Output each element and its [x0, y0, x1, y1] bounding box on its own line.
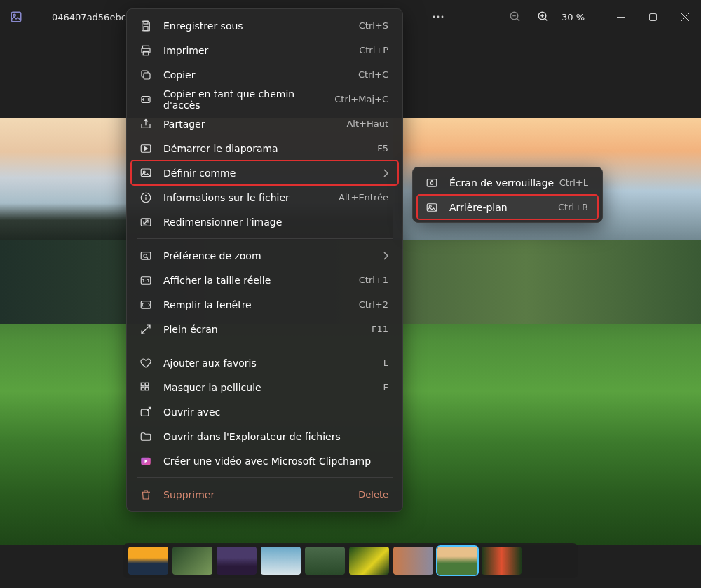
menu-actual-size[interactable]: 1:1 Afficher la taille réelle Ctrl+1 — [131, 268, 398, 292]
lockscreen-icon — [424, 175, 440, 191]
menu-label: Créer une vidéo avec Microsoft Clipchamp — [163, 456, 388, 467]
print-icon — [138, 43, 154, 58]
thumbnail[interactable] — [349, 547, 389, 575]
menu-delete[interactable]: Supprimer Delete — [131, 482, 398, 507]
menu-clipchamp[interactable]: Créer une vidéo avec Microsoft Clipchamp — [131, 449, 398, 473]
copy-path-icon — [138, 92, 154, 107]
menu-copy[interactable]: Copier Ctrl+C — [131, 62, 398, 87]
zoom-in-button[interactable] — [529, 3, 557, 31]
menu-set-as[interactable]: Définir comme — [131, 160, 398, 185]
thumbnail[interactable] — [128, 547, 168, 575]
minimize-button[interactable] — [604, 4, 637, 30]
wallpaper-icon — [424, 200, 440, 215]
menu-label: Supprimer — [163, 489, 358, 500]
maximize-button[interactable] — [637, 4, 669, 30]
menu-favorite[interactable]: Ajouter aux favoris L — [131, 350, 398, 375]
shortcut: Alt+Haut — [346, 118, 388, 129]
svg-rect-13 — [649, 13, 656, 20]
menu-save-as[interactable]: Enregistrer sous Ctrl+S — [131, 13, 398, 38]
more-button[interactable] — [424, 3, 452, 31]
play-icon — [138, 141, 154, 156]
heart-icon — [138, 355, 154, 371]
svg-rect-21 — [144, 73, 150, 79]
fill-window-icon — [138, 297, 154, 313]
shortcut: Ctrl+S — [359, 20, 388, 31]
menu-label: Masquer la pellicule — [163, 382, 383, 393]
menu-label: Préférence de zoom — [163, 250, 383, 261]
menu-label: Plein écran — [163, 324, 372, 335]
shortcut: Ctrl+L — [559, 177, 588, 188]
submenu-label: Arrière-plan — [449, 202, 558, 213]
menu-label: Définir comme — [163, 167, 383, 179]
menu-slideshow[interactable]: Démarrer le diaporama F5 — [131, 136, 398, 160]
menu-resize[interactable]: Redimensionner l'image — [131, 210, 398, 234]
shortcut: Ctrl+B — [558, 202, 588, 212]
svg-line-6 — [517, 18, 519, 21]
trash-icon — [138, 487, 154, 502]
thumbnail[interactable] — [305, 547, 345, 575]
menu-open-with[interactable]: Ouvrir avec — [131, 399, 398, 424]
filmstrip-icon — [138, 380, 154, 395]
info-icon — [138, 190, 154, 205]
menu-label: Ajouter aux favoris — [163, 357, 383, 369]
menu-hide-filmstrip[interactable]: Masquer la pellicule F — [131, 375, 398, 399]
submenu-background[interactable]: Arrière-plan Ctrl+B — [417, 195, 598, 219]
zoom-value[interactable]: 30 % — [562, 12, 585, 22]
svg-point-3 — [437, 16, 440, 18]
menu-open-explorer[interactable]: Ouvrir dans l'Explorateur de fichiers — [131, 424, 398, 449]
menu-label: Ouvrir dans l'Explorateur de fichiers — [163, 431, 388, 442]
svg-line-9 — [545, 18, 547, 21]
svg-rect-20 — [143, 51, 149, 55]
svg-rect-36 — [141, 383, 144, 386]
share-icon — [138, 116, 154, 132]
menu-fill-window[interactable]: Remplir la fenêtre Ctrl+2 — [131, 292, 398, 317]
thumbnail[interactable] — [172, 547, 212, 575]
svg-rect-0 — [11, 12, 21, 22]
separator — [137, 477, 393, 478]
svg-rect-17 — [144, 26, 148, 30]
svg-rect-12 — [617, 17, 625, 18]
actual-size-icon: 1:1 — [138, 273, 154, 288]
menu-print[interactable]: Imprimer Ctrl+P — [131, 38, 398, 62]
close-button[interactable] — [669, 4, 701, 30]
shortcut: F11 — [372, 324, 388, 334]
clipchamp-icon — [138, 453, 154, 469]
thumbnail[interactable] — [437, 547, 477, 575]
separator — [137, 346, 393, 346]
thumbnail[interactable] — [482, 547, 522, 575]
svg-rect-16 — [144, 21, 148, 24]
shortcut: Ctrl+2 — [359, 299, 388, 310]
shortcut: Ctrl+1 — [359, 275, 388, 285]
thumbnail[interactable] — [393, 547, 433, 575]
menu-zoom-pref[interactable]: Préférence de zoom — [131, 243, 398, 268]
filename: 046407ad56ebc — [52, 12, 126, 22]
svg-rect-38 — [141, 387, 144, 390]
zoom-icon — [138, 248, 154, 264]
zoom-out-button[interactable] — [501, 3, 529, 31]
menu-file-info[interactable]: Informations sur le fichier Alt+Entrée — [131, 185, 398, 210]
separator — [137, 238, 393, 239]
folder-icon — [138, 429, 154, 444]
filmstrip[interactable] — [123, 543, 578, 578]
svg-point-1 — [13, 14, 15, 16]
menu-label: Informations sur le fichier — [163, 192, 339, 203]
menu-share[interactable]: Partager Alt+Haut — [131, 111, 398, 136]
menu-label: Ouvrir avec — [163, 406, 388, 418]
thumbnail[interactable] — [217, 547, 257, 575]
submenu-lockscreen[interactable]: Écran de verrouillage Ctrl+L — [417, 170, 598, 195]
menu-label: Copier — [163, 69, 358, 81]
menu-label: Remplir la fenêtre — [163, 299, 359, 310]
svg-rect-30 — [141, 252, 151, 259]
set-as-icon — [138, 165, 154, 181]
shortcut: F — [383, 382, 388, 392]
app-icon — [0, 11, 32, 23]
thumbnail[interactable] — [261, 547, 301, 575]
svg-rect-43 — [431, 182, 433, 184]
svg-rect-39 — [145, 387, 149, 390]
svg-line-32 — [147, 257, 148, 258]
menu-label: Partager — [163, 118, 346, 130]
chevron-right-icon — [383, 252, 388, 260]
menu-fullscreen[interactable]: Plein écran F11 — [131, 317, 398, 341]
menu-label: Imprimer — [163, 45, 359, 56]
menu-copy-path[interactable]: Copier en tant que chemin d'accès Ctrl+M… — [131, 87, 398, 111]
